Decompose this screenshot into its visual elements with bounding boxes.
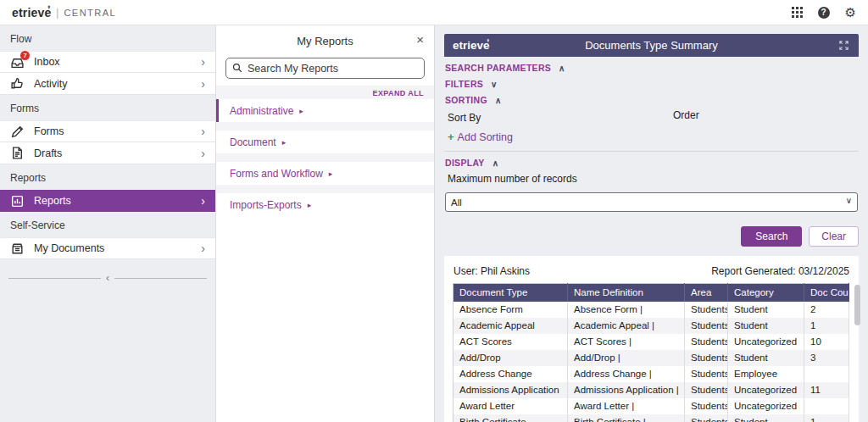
inbox-icon: 7 [10,55,25,69]
column-header[interactable]: Area [685,284,728,302]
settings-gear-icon[interactable]: ⚙ [845,6,856,19]
search-container [225,58,425,79]
sidebar-section-reports: Reports [0,164,215,190]
report-icon [10,194,25,208]
sidebar-item-activity[interactable]: Activity › [0,73,215,95]
close-icon[interactable]: × [416,32,424,47]
apps-grid-icon[interactable] [792,7,803,18]
max-records-select[interactable]: All [445,192,858,212]
category-imports-exports[interactable]: Imports-Exports ▸ [216,193,434,216]
column-header[interactable]: Document Type [453,284,568,302]
pencil-icon [10,125,25,139]
table-cell: Birth Certificate | [568,414,685,422]
table-row[interactable]: Address ChangeAddress Change |StudentsEm… [453,366,849,382]
table-row[interactable]: Admissions ApplicationAdmissions Applica… [453,382,849,398]
sidebar-item-reports[interactable]: Reports › [0,190,215,212]
table-zone: Document TypeName DefinitionAreaCategory… [453,283,850,422]
category-administrative[interactable]: Administrative ▸ [216,99,434,122]
section-label: DISPLAY [445,158,485,168]
report-title: Documents Type Summary [444,39,859,52]
table-cell: Absence Form | [568,302,685,318]
table-cell: Student [728,350,804,366]
report-result-card: User: Phil Askins Report Generated: 03/1… [444,256,859,422]
expand-all-link[interactable]: EXPAND ALL [372,89,424,97]
thumbs-up-icon [10,76,25,91]
section-search-parameters[interactable]: SEARCH PARAMETERS ∧ [445,63,858,73]
table-cell: Award Letter [453,398,568,414]
sidebar-collapse-control[interactable]: ‹ [8,272,207,284]
sidebar-item-drafts[interactable]: Drafts › [0,142,215,164]
category-label: Administrative [230,105,293,117]
panel-header: My Reports × [216,25,434,56]
caret-up-icon: ∧ [495,96,501,105]
clear-button[interactable]: Clear [809,226,859,247]
table-header-row: Document TypeName DefinitionAreaCategory… [453,284,849,302]
sidebar-section-self-service: Self-Service [0,212,215,237]
logo-divider: | [56,6,58,19]
table-cell: Student [728,318,804,334]
table-cell: Employee [728,366,804,382]
add-sorting-link[interactable]: + Add Sorting [448,130,859,143]
chevron-right-icon: › [201,147,205,159]
column-header[interactable]: Doc Count [804,284,849,302]
table-cell: Address Change | [568,366,685,382]
chevron-right-icon: › [201,195,205,207]
app-window: etrieve❜ | CENTRAL ? ⚙ Flow 7 Inbox › Ac… [0,0,868,422]
table-cell: 11 [804,382,849,398]
caret-up-icon: ∧ [492,158,498,168]
table-cell: Uncategorized [728,382,804,398]
table-cell: Add/Drop | [568,350,685,366]
section-sorting[interactable]: SORTING ∧ [445,95,858,105]
table-cell: Students [685,382,728,398]
caret-up-icon: ∧ [559,64,565,73]
chevron-right-icon: › [201,78,205,90]
table-row[interactable]: Birth CertificateBirth Certificate |Stud… [453,414,849,422]
table-cell: Absence Form [453,302,568,318]
table-cell: ACT Scores [453,334,568,350]
sort-by-label: Sort By [448,112,481,124]
max-records-select-wrap: All ∨ [445,192,858,212]
table-cell: Students [685,334,728,350]
top-bar: etrieve❜ | CENTRAL ? ⚙ [0,0,868,25]
table-row[interactable]: ACT ScoresACT Scores |StudentsUncategori… [453,334,849,350]
report-user: User: Phil Askins [453,265,530,277]
category-label: Document [230,136,276,148]
table-row[interactable]: Add/DropAdd/Drop |StudentsStudent3 [453,350,849,366]
search-input[interactable] [225,58,425,79]
collapse-left-icon: ‹ [101,272,114,284]
max-records-label: Maximum number of records [448,173,859,185]
search-button[interactable]: Search [741,226,802,247]
table-cell: Student [728,302,804,318]
section-display[interactable]: DISPLAY ∧ [445,158,858,168]
table-row[interactable]: Absence FormAbsence Form |StudentsStuden… [453,302,849,318]
sidebar-item-inbox[interactable]: 7 Inbox › [0,51,215,73]
help-icon[interactable]: ? [818,7,830,19]
divider [444,151,859,152]
triangle-right-icon: ▸ [282,138,287,147]
sidebar-item-label: Inbox [34,56,60,68]
sidebar-item-my-documents[interactable]: My Documents › [0,237,215,259]
column-header[interactable]: Category [728,284,804,302]
report-generated: Report Generated: 03/12/2025 [711,265,849,277]
triangle-right-icon: ▸ [299,107,303,115]
sidebar-item-forms[interactable]: Forms › [0,120,215,142]
table-cell: 10 [804,334,849,350]
category-forms-and-workflow[interactable]: Forms and Workflow ▸ [216,162,434,185]
category-document[interactable]: Document ▸ [216,130,434,153]
table-cell: Birth Certificate [453,414,568,422]
scrollbar-thumb[interactable] [854,285,860,325]
table-row[interactable]: Award LetterAward Letter |StudentsUncate… [453,398,849,414]
documents-icon [10,242,25,256]
category-label: Forms and Workflow [230,168,323,180]
table-cell: Students [685,398,728,414]
section-filters[interactable]: FILTERS ∨ [445,79,858,89]
column-header[interactable]: Name Definition [568,284,685,302]
table-row[interactable]: Academic AppealAcademic Appeal |Students… [453,318,849,334]
table-cell: Students [685,366,728,382]
table-cell: 3 [804,350,849,366]
table-cell: Students [685,302,728,318]
table-cell: Students [685,318,728,334]
expand-fullscreen-icon[interactable] [837,39,850,52]
table-cell: Academic Appeal | [568,318,685,334]
table-cell: Uncategorized [728,398,804,414]
